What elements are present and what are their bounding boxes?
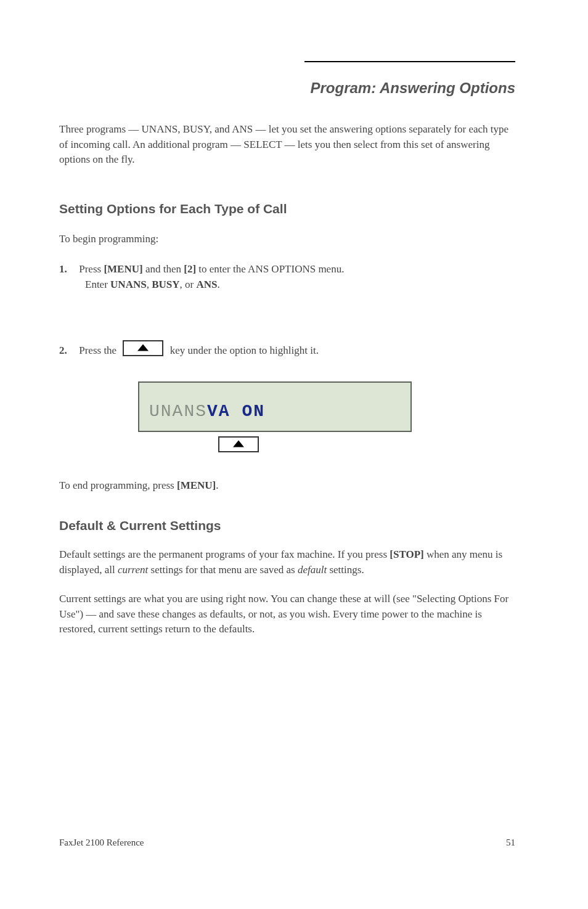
- header-rule: [304, 61, 515, 62]
- subheading-default-current: Default & Current Settings: [59, 516, 221, 535]
- step-2-number: 2.: [59, 343, 76, 359]
- default-settings-paragraph: Default settings are the permanent progr…: [59, 547, 515, 577]
- end-programming-text: To end programming, press [MENU].: [59, 478, 218, 494]
- lcd-dim-text: UNANS: [149, 399, 207, 425]
- step-1-line-2: Enter UNANS, BUSY, or ANS.: [59, 277, 515, 293]
- to-begin-text: To begin programming:: [59, 232, 158, 247]
- step-1-line-1: Press [MENU] and then [2] to enter the A…: [79, 263, 344, 275]
- footer-doc-title: FaxJet 2100 Reference: [59, 836, 144, 850]
- subheading-setting-options: Setting Options for Each Type of Call: [59, 200, 287, 218]
- up-arrow-key-icon: [123, 340, 163, 356]
- current-settings-paragraph: Current settings are what you are using …: [59, 592, 515, 637]
- step-1: 1. Press [MENU] and then [2] to enter th…: [59, 262, 515, 292]
- page-footer: FaxJet 2100 Reference 51: [59, 836, 515, 850]
- step-2: 2. Press the key under the option to hig…: [59, 340, 515, 359]
- step-2-text-before: Press the: [79, 344, 119, 356]
- intro-paragraph: Three programs — UNANS, BUSY, and ANS — …: [59, 122, 515, 168]
- lcd-display: UNANS VA ON: [138, 381, 412, 432]
- lcd-active-text: VA ON: [207, 399, 265, 425]
- up-arrow-key-icon: [218, 436, 259, 452]
- section-title: Program: Answering Options: [311, 78, 515, 99]
- under-lcd-key: [218, 436, 259, 455]
- step-1-number: 1.: [59, 262, 76, 277]
- footer-page-number: 51: [506, 836, 515, 850]
- step-2-text-after: key under the option to highlight it.: [170, 344, 319, 356]
